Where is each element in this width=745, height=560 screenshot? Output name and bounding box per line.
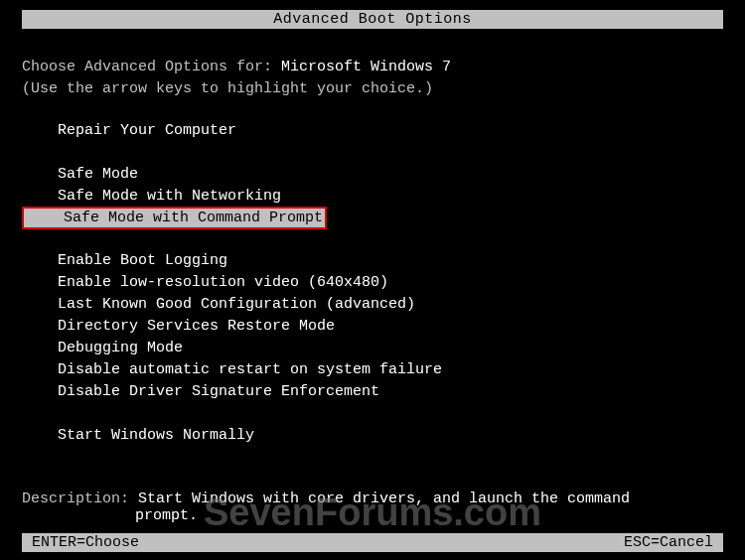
boot-option[interactable]: Enable Boot Logging	[22, 250, 723, 272]
os-name: Microsoft Windows 7	[281, 59, 451, 75]
boot-option-selected[interactable]: Safe Mode with Command Prompt	[22, 207, 723, 229]
boot-option[interactable]: Safe Mode	[22, 164, 723, 186]
boot-option[interactable]: Enable low-resolution video (640x480)	[22, 272, 723, 294]
choose-label: Choose Advanced Options for:	[22, 59, 281, 75]
boot-option[interactable]: Disable Driver Signature Enforcement	[22, 381, 723, 403]
boot-option[interactable]: Disable automatic restart on system fail…	[22, 359, 723, 381]
boot-option[interactable]: Safe Mode with Networking	[22, 186, 723, 208]
page-title: Advanced Boot Options	[273, 11, 472, 28]
boot-options-list: Repair Your ComputerSafe ModeSafe Mode w…	[22, 120, 723, 447]
footer-bar: ENTER=Choose ESC=Cancel	[22, 533, 723, 552]
boot-option[interactable]: Start Windows Normally	[22, 425, 723, 447]
boot-option[interactable]: Debugging Mode	[22, 338, 723, 359]
boot-option[interactable]: Directory Services Restore Mode	[22, 316, 723, 338]
description-block: Description: Start Windows with core dri…	[22, 490, 723, 524]
hint-text: (Use the arrow keys to highlight your ch…	[22, 78, 723, 100]
choose-line: Choose Advanced Options for: Microsoft W…	[22, 57, 723, 78]
boot-option[interactable]: Last Known Good Configuration (advanced)	[22, 294, 723, 316]
main-content: Choose Advanced Options for: Microsoft W…	[22, 57, 723, 524]
enter-hint[interactable]: ENTER=Choose	[32, 534, 139, 551]
description-text-l1: Start Windows with core drivers, and lau…	[138, 490, 630, 507]
boot-option-label: Safe Mode with Command Prompt	[22, 207, 327, 229]
title-bar: Advanced Boot Options	[22, 10, 723, 29]
boot-option[interactable]: Repair Your Computer	[22, 120, 723, 142]
esc-hint[interactable]: ESC=Cancel	[624, 534, 713, 551]
description-label: Description:	[22, 490, 138, 507]
description-text-l2: prompt.	[22, 507, 723, 524]
